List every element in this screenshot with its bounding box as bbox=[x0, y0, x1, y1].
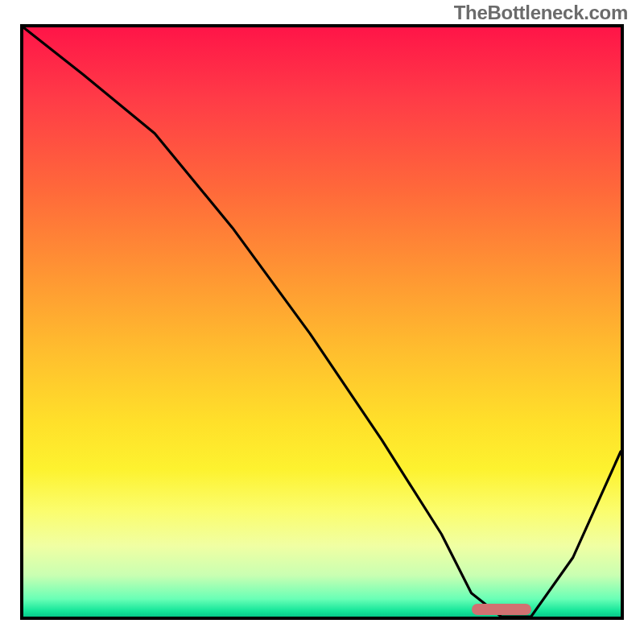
chart-frame: TheBottleneck.com bbox=[0, 0, 644, 644]
bottleneck-curve bbox=[23, 27, 621, 617]
plot-area bbox=[20, 24, 624, 620]
optimal-range-marker bbox=[472, 604, 531, 615]
watermark-text: TheBottleneck.com bbox=[454, 2, 628, 24]
